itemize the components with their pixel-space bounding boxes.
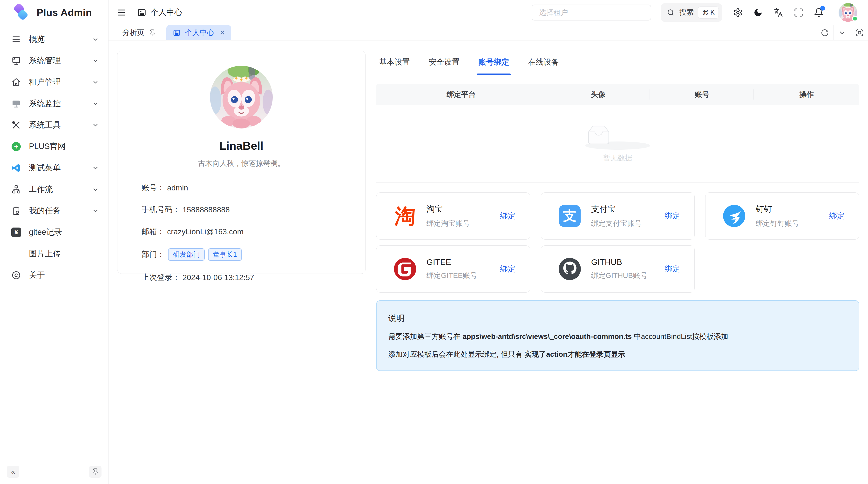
department-tag: 研发部门 <box>168 248 205 261</box>
panel-tab-基本设置[interactable]: 基本设置 <box>376 53 413 75</box>
chevron-down-icon <box>92 36 99 43</box>
theme-toggle-button[interactable] <box>753 8 763 18</box>
tabbar: 分析页 个人中心 ✕ <box>108 25 868 40</box>
bind-link[interactable]: 绑定 <box>500 264 516 274</box>
sidebar-item-测试菜单[interactable]: 测试菜单 <box>0 157 108 179</box>
profile-card: LinaBell 古木向人秋，惊蓬掠髩稠。 账号： admin 手机号码： 15… <box>117 51 366 274</box>
bind-link[interactable]: 绑定 <box>829 211 845 221</box>
menu-item-icon <box>11 77 21 87</box>
binding-platform-name: 钉钉 <box>756 204 799 215</box>
main-column: 个人中心 搜索 ⌘ K <box>108 0 868 484</box>
sidebar-item-概览[interactable]: 概览 <box>0 28 108 50</box>
sidebar-item-工作流[interactable]: 工作流 <box>0 179 108 200</box>
profile-field-label: 邮箱： <box>142 226 165 237</box>
profile-field-row: 部门： 研发部门董事长1 <box>142 248 341 261</box>
profile-page-icon <box>173 29 181 37</box>
profile-avatar <box>210 66 273 128</box>
sidebar-item-系统监控[interactable]: 系统监控 <box>0 93 108 114</box>
content: LinaBell 古木向人秋，惊蓬掠髩稠。 账号： admin 手机号码： 15… <box>108 40 868 484</box>
sidebar-item-系统工具[interactable]: 系统工具 <box>0 114 108 136</box>
profile-field-row: 邮箱： crazyLionLi@163.com <box>142 226 341 237</box>
menu-item-icon <box>11 184 21 195</box>
global-search-button[interactable]: 搜索 ⌘ K <box>661 3 722 22</box>
hamburger-icon <box>116 7 126 18</box>
language-button[interactable] <box>774 8 783 18</box>
sidebar-item-我的任务[interactable]: 我的任务 <box>0 200 108 222</box>
menu-item-icon <box>11 249 21 259</box>
tab-menu-button[interactable] <box>833 25 850 40</box>
bind-link[interactable]: 绑定 <box>500 211 516 221</box>
breadcrumb: 个人中心 <box>137 7 182 18</box>
menu-item-label: 测试菜单 <box>29 162 84 173</box>
profile-field-value: crazyLionLi@163.com <box>167 227 244 236</box>
chevron-down-icon <box>92 122 99 129</box>
chevron-down-icon <box>92 100 99 107</box>
bind-link[interactable]: 绑定 <box>664 264 680 274</box>
profile-field-label: 账号： <box>142 183 165 193</box>
profile-page-icon <box>137 8 147 18</box>
settings-button[interactable] <box>733 8 743 18</box>
sidebar-item-租户管理[interactable]: 租户管理 <box>0 71 108 93</box>
binding-platform-icon: 支 <box>558 205 581 227</box>
empty-text: 暂无数据 <box>603 153 632 163</box>
bindings-grid: 淘 淘宝 绑定淘宝账号 绑定 支 支付宝 绑定支付宝账号 绑定 钉钉 绑定钉钉账… <box>376 192 859 293</box>
table-column-header: 账号 <box>650 90 754 100</box>
profile-field-row: 手机号码： 15888888888 <box>142 204 341 215</box>
online-status-dot <box>852 16 858 22</box>
profile-field-label: 上次登录： <box>142 272 180 283</box>
tab-profile-label: 个人中心 <box>185 28 214 38</box>
panel-tab-安全设置[interactable]: 安全设置 <box>426 53 462 75</box>
sidebar-item-关于[interactable]: 关于 <box>0 264 108 286</box>
sidebar-item-图片上传[interactable]: 图片上传 <box>0 243 108 264</box>
brand-name: Plus Admin <box>37 7 92 18</box>
bindings-table: 绑定平台头像账号操作 暂无数据 <box>376 84 859 183</box>
app-root: Plus Admin 概览 系统管理 租户管理 系统监控 系统工具 + PLUS… <box>0 0 868 484</box>
profile-field-value: admin <box>167 184 188 192</box>
user-avatar-button[interactable] <box>832 3 858 22</box>
profile-fields: 账号： admin 手机号码： 15888888888 邮箱： crazyLio… <box>117 183 365 283</box>
note-title: 说明 <box>388 313 847 324</box>
profile-field-row: 账号： admin <box>142 183 341 193</box>
sidebar-pin-button[interactable] <box>89 466 101 478</box>
refresh-button[interactable] <box>816 25 833 40</box>
sidebar-toggle-button[interactable] <box>116 7 126 18</box>
fullscreen-button[interactable] <box>794 8 803 18</box>
content-maximize-button[interactable] <box>850 25 868 40</box>
menu-item-label: 系统监控 <box>29 98 84 109</box>
menu-item-label: 概览 <box>29 34 84 44</box>
sidebar-item-gitee记录[interactable]: ¥ gitee记录 <box>0 222 108 243</box>
brand-logo[interactable]: Plus Admin <box>0 0 108 25</box>
menu-item-label: 工作流 <box>29 184 84 195</box>
binding-platform-icon <box>558 258 581 280</box>
binding-card-钉钉: 钉钉 绑定钉钉账号 绑定 <box>705 192 859 239</box>
menu-item-label: 系统工具 <box>29 120 84 130</box>
tab-close-icon[interactable]: ✕ <box>219 29 225 36</box>
binding-platform-desc: 绑定支付宝账号 <box>591 219 642 228</box>
notification-dot <box>820 6 825 10</box>
menu-item-icon <box>11 99 21 109</box>
table-column-header: 绑定平台 <box>376 90 546 100</box>
panel-tab-在线设备[interactable]: 在线设备 <box>525 53 562 75</box>
bind-link[interactable]: 绑定 <box>664 211 680 221</box>
note-lines: 需要添加第三方账号在 apps\web-antd\src\views\_core… <box>388 331 847 359</box>
sidebar-item-系统管理[interactable]: 系统管理 <box>0 50 108 71</box>
note-line: 添加对应模板后会在此处显示绑定, 但只有 实现了action才能在登录页显示 <box>388 349 847 360</box>
tab-profile-center[interactable]: 个人中心 ✕ <box>166 25 231 40</box>
tenant-select-input[interactable] <box>532 5 651 21</box>
binding-platform-name: GITHUB <box>591 257 647 267</box>
binding-platform-name: 淘宝 <box>427 204 470 215</box>
profile-field-value: 15888888888 <box>183 205 230 214</box>
menu-item-label: 关于 <box>29 270 99 281</box>
sidebar-collapse-button[interactable]: « <box>7 466 19 478</box>
tab-analysis[interactable]: 分析页 <box>108 25 163 40</box>
topbar: 个人中心 搜索 ⌘ K <box>108 0 868 25</box>
binding-platform-icon <box>723 205 745 227</box>
topbar-actions <box>733 8 824 18</box>
menu-item-label: 系统管理 <box>29 55 84 66</box>
notifications-button[interactable] <box>814 8 824 18</box>
profile-motto: 古木向人秋，惊蓬掠髩稠。 <box>117 159 365 168</box>
sidebar-item-PLUS官网[interactable]: + PLUS官网 <box>0 136 108 157</box>
binding-card-GITHUB: GITHUB 绑定GITHUB账号 绑定 <box>541 246 695 293</box>
panel-tab-账号绑定[interactable]: 账号绑定 <box>475 53 512 75</box>
brand-logo-icon <box>12 3 30 22</box>
